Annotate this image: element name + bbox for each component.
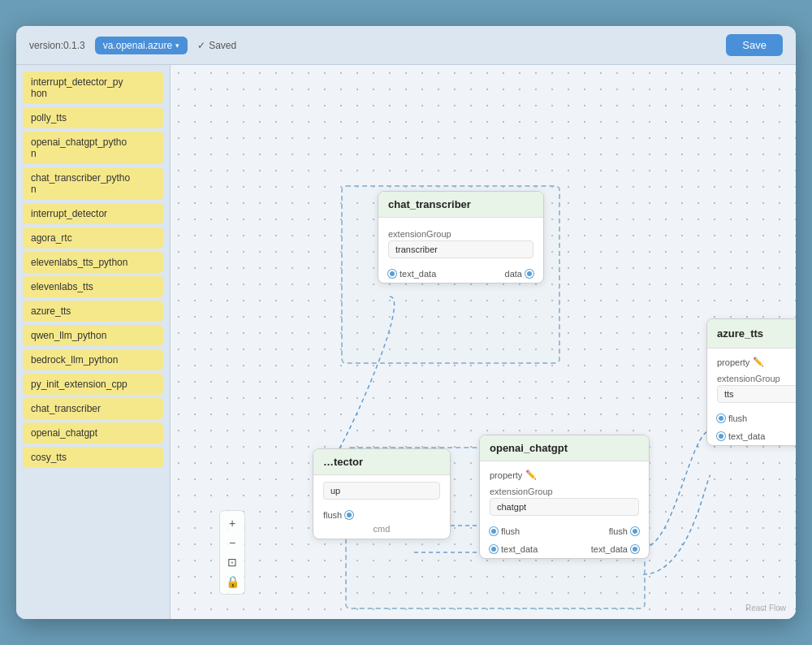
- env-dropdown[interactable]: va.openai.azure ▾: [95, 37, 188, 54]
- port-dot-flush-out: [631, 527, 639, 535]
- sidebar-item-qwen-llm-python[interactable]: qwen_llm_python: [23, 325, 163, 346]
- azure-tts-ext-group-label: extensionGroup: [717, 374, 796, 383]
- connection-chatgpt-to-azure-flush: [643, 431, 710, 548]
- node-openai-chatgpt-title: openai_chatgpt: [490, 442, 568, 454]
- sidebar-item-openai-chatgpt[interactable]: openai_chatgpt: [23, 422, 163, 444]
- sidebar-item-interrupt-detector[interactable]: interrupt_detector: [23, 203, 163, 224]
- azure-tts-edit-icon[interactable]: ✏️: [753, 357, 764, 367]
- node-chat-transcriber: chat_transcriber extensionGroup transcri…: [378, 191, 544, 284]
- app-window: version:0.1.3 va.openai.azure ▾ ✓ Saved …: [16, 26, 796, 619]
- save-button[interactable]: Save: [726, 34, 783, 56]
- port-data-label: data: [505, 269, 522, 279]
- sidebar-item-agora-rtc[interactable]: agora_rtc: [23, 227, 163, 249]
- sidebar-item-py-init-extension-cpp[interactable]: py_init_extension_cpp: [23, 374, 163, 395]
- port-flush-right-chatgpt: flush: [609, 526, 639, 536]
- node-interrupt-detector: …tector up flush cmd: [313, 448, 451, 539]
- sidebar: interrupt_detector_pyhon polly_tts opena…: [16, 65, 171, 619]
- node-chat-transcriber-ports: text_data data: [378, 265, 543, 283]
- port-text-in-azure-label: text_data: [728, 431, 765, 441]
- node-azure-tts-flush-ports: flush flush: [707, 409, 796, 427]
- port-text-left-azure: text_data: [717, 431, 765, 441]
- openai-chatgpt-property-row: property ✏️: [490, 468, 639, 482]
- sidebar-item-azure-tts[interactable]: azure_tts: [23, 301, 163, 322]
- connection-chatgpt-to-azure-text: [643, 475, 710, 574]
- node-openai-chatgpt-body: property ✏️ extensionGroup chatgpt: [480, 461, 649, 522]
- port-dot-flush: [345, 511, 353, 519]
- port-dot-text-data: [388, 270, 396, 278]
- sidebar-item-elevenlabs-tts-python[interactable]: elevenlabs_tts_python: [23, 252, 163, 273]
- check-icon: ✓: [197, 40, 205, 51]
- node-azure-tts-header[interactable]: azure_tts 🤚: [707, 319, 796, 348]
- node-azure-tts-title: azure_tts: [717, 327, 763, 340]
- cmd-label: cmd: [313, 524, 450, 539]
- port-flush-right: flush: [323, 510, 353, 520]
- toolbar: version:0.1.3 va.openai.azure ▾ ✓ Saved …: [16, 26, 796, 65]
- fit-view-button[interactable]: ⊡: [223, 553, 241, 571]
- sidebar-item-cosy-tts[interactable]: cosy_tts: [23, 447, 163, 468]
- port-dot-text-out: [631, 545, 639, 553]
- node-openai-chatgpt-header: openai_chatgpt: [480, 435, 649, 461]
- port-data-right: data: [505, 269, 533, 279]
- chat-transcriber-ext-group-label: extensionGroup: [388, 229, 533, 239]
- sidebar-item-elevenlabs-tts[interactable]: elevenlabs_tts: [23, 276, 163, 297]
- node-openai-chatgpt: openai_chatgpt property ✏️ extensionGrou…: [479, 435, 650, 559]
- node-azure-tts-body: property ✏️ extensionGroup tts: [707, 348, 796, 409]
- port-dot-text-in-azure: [717, 432, 725, 440]
- azure-tts-property-label: property: [717, 357, 749, 367]
- openai-chatgpt-ext-group-value[interactable]: chatgpt: [490, 498, 639, 516]
- port-dot-flush-in-azure: [717, 414, 725, 422]
- port-text-data-left: text_data: [388, 269, 436, 279]
- node-openai-chatgpt-flush-ports: flush flush: [480, 522, 649, 540]
- openai-chatgpt-property-label: property: [490, 470, 522, 480]
- openai-chatgpt-edit-icon[interactable]: ✏️: [525, 470, 537, 480]
- zoom-controls: + − ⊡ 🔒: [219, 510, 245, 595]
- interrupt-detector-flush-row: flush: [313, 506, 450, 524]
- chat-transcriber-ext-group-value[interactable]: transcriber: [388, 240, 533, 258]
- port-flush-in-label: flush: [501, 526, 520, 536]
- main-area: interrupt_detector_pyhon polly_tts opena…: [16, 65, 796, 619]
- port-text-data-label: text_data: [400, 269, 436, 279]
- node-openai-chatgpt-text-ports: text_data text_data: [480, 540, 649, 558]
- sidebar-item-chat-transcriber[interactable]: chat_transcriber: [23, 398, 163, 419]
- azure-tts-ext-group-value[interactable]: tts: [717, 385, 796, 403]
- port-dot-data: [525, 270, 533, 278]
- node-azure-tts: azure_tts 🤚 property ✏️ extensionGroup t…: [706, 318, 796, 446]
- zoom-in-button[interactable]: +: [223, 514, 241, 532]
- interrupt-detector-group-value: up: [323, 482, 440, 500]
- port-dot-text-in: [490, 545, 498, 553]
- port-text-in-label: text_data: [501, 544, 538, 554]
- node-azure-tts-text-ports: text_data pcm_frame: [707, 427, 796, 445]
- port-text-out-label: text_data: [591, 544, 628, 554]
- sidebar-item-polly-tts[interactable]: polly_tts: [23, 107, 163, 128]
- openai-chatgpt-ext-group-label: extensionGroup: [490, 487, 639, 496]
- saved-status: ✓ Saved: [197, 40, 236, 51]
- node-chat-transcriber-body: extensionGroup transcriber: [378, 218, 543, 265]
- lock-button[interactable]: 🔒: [223, 573, 241, 591]
- node-interrupt-detector-title: …tector: [323, 456, 363, 468]
- node-chat-transcriber-title: chat_transcriber: [388, 198, 471, 210]
- node-interrupt-detector-body: up: [313, 475, 450, 506]
- port-flush-in-azure-label: flush: [728, 413, 747, 423]
- port-flush-left-azure: flush: [717, 413, 747, 423]
- env-label: va.openai.azure: [103, 40, 172, 51]
- node-interrupt-detector-header: …tector: [313, 449, 450, 475]
- zoom-out-button[interactable]: −: [223, 534, 241, 552]
- sidebar-item-bedrock-llm-python[interactable]: bedrock_llm_python: [23, 349, 163, 370]
- sidebar-item-openai-chatgpt-python[interactable]: openai_chatgpt_python: [23, 132, 163, 164]
- node-chat-transcriber-header: chat_transcriber: [378, 192, 543, 218]
- port-flush-out-label: flush: [609, 526, 628, 536]
- saved-label: Saved: [209, 40, 236, 51]
- port-text-left-chatgpt: text_data: [490, 544, 538, 554]
- sidebar-item-chat-transcriber-python[interactable]: chat_transcriber_python: [23, 167, 163, 200]
- port-dot-flush-in: [490, 527, 498, 535]
- port-text-right-chatgpt: text_data: [591, 544, 639, 554]
- canvas-area: chat_transcriber extensionGroup transcri…: [171, 65, 796, 619]
- chevron-down-icon: ▾: [175, 41, 179, 50]
- port-flush-left-chatgpt: flush: [490, 526, 520, 536]
- react-flow-label: React Flow: [745, 604, 786, 613]
- azure-tts-property-row: property ✏️: [717, 355, 796, 369]
- port-flush-label: flush: [323, 510, 342, 520]
- sidebar-item-interrupt-detector-python[interactable]: interrupt_detector_pyhon: [23, 71, 163, 104]
- version-label: version:0.1.3: [29, 40, 85, 51]
